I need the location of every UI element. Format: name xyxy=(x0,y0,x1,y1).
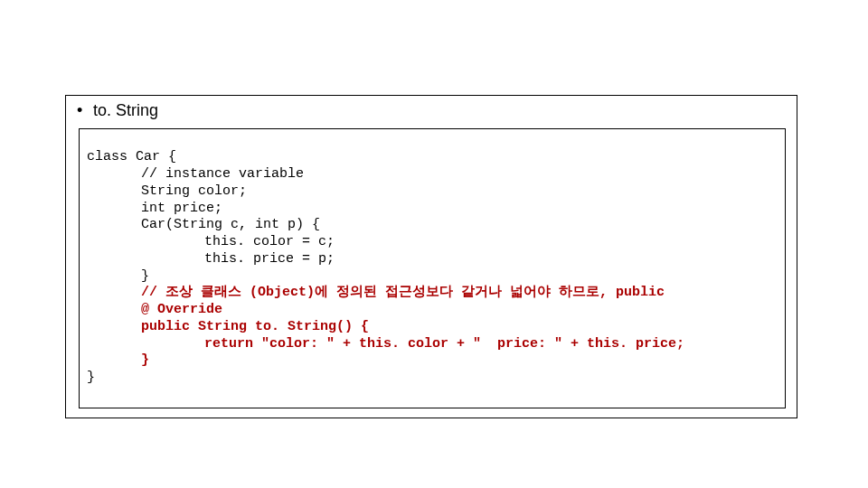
code-line: Car(String c, int p) { xyxy=(141,217,320,232)
code-line: // instance variable xyxy=(141,166,304,182)
code-line: String color; xyxy=(141,183,247,199)
code-line: this. color = c; xyxy=(204,234,335,249)
code-line-highlight: // 조상 클래스 (Object)에 정의된 접근성보다 같거나 넓어야 하므… xyxy=(141,285,665,300)
heading-text: to. String xyxy=(93,101,158,121)
bullet-icon: • xyxy=(77,101,93,121)
code-line: class Car { xyxy=(87,149,176,164)
code-line: } xyxy=(87,370,95,385)
bullet-heading: • to. String xyxy=(77,101,786,121)
code-line-highlight: return "color: " + this. color + " price… xyxy=(204,336,684,352)
code-line: int price; xyxy=(141,201,222,216)
code-line-highlight: } xyxy=(141,352,149,368)
code-line-highlight: @ Override xyxy=(141,302,222,317)
code-line: this. price = p; xyxy=(204,251,335,267)
slide-container: • to. String class Car { // instance var… xyxy=(65,95,797,418)
code-block: class Car { // instance variable String … xyxy=(79,128,786,408)
code-line-highlight: public String to. String() { xyxy=(141,319,369,334)
code-line: } xyxy=(141,268,149,284)
